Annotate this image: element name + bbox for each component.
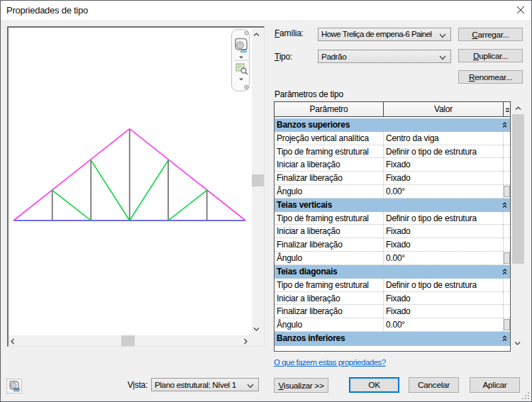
svg-text:2D: 2D bbox=[240, 48, 248, 54]
svg-text:2D: 2D bbox=[13, 387, 20, 392]
